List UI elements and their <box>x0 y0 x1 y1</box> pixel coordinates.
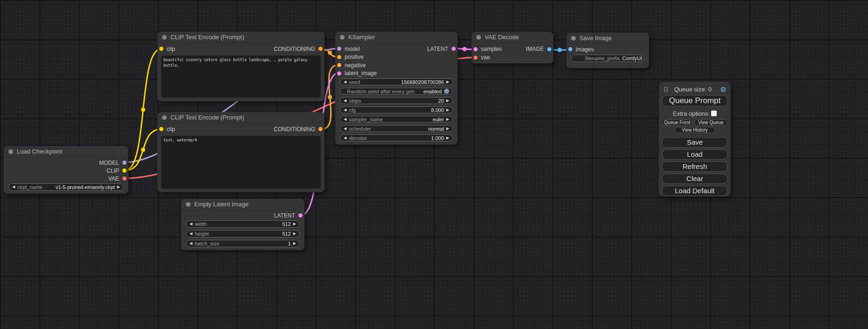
decrement-arrow-icon[interactable]: ◀ <box>190 232 192 236</box>
collapse-dot-icon[interactable] <box>186 202 191 207</box>
increment-arrow-icon[interactable]: ▶ <box>446 99 449 103</box>
node-clip-text-encode-negative[interactable]: CLIP Text Encode (Prompt) clip CONDITION… <box>157 112 325 192</box>
queue-prompt-button[interactable]: Queue Prompt <box>662 95 727 106</box>
input-port-model[interactable] <box>337 47 341 51</box>
seed-widget[interactable]: ◀ seed 156680208700286 ▶ <box>340 78 453 85</box>
input-port-clip[interactable] <box>159 47 163 51</box>
node-titlebar[interactable]: Load Checkpoint <box>4 146 128 157</box>
denoise-widget[interactable]: ◀ denoise 1.000 ▶ <box>340 134 453 141</box>
width-widget[interactable]: ◀ width 512 ▶ <box>186 220 300 228</box>
collapse-dot-icon[interactable] <box>476 35 481 40</box>
node-load-checkpoint[interactable]: Load Checkpoint MODEL CLIP VAE ◀ ckpt_na… <box>4 146 128 194</box>
collapse-dot-icon[interactable] <box>162 115 167 120</box>
input-label: model <box>345 46 360 52</box>
node-titlebar[interactable]: CLIP Text Encode (Prompt) <box>157 112 325 123</box>
output-label: CONDITIONING <box>274 46 315 52</box>
input-port-latent-image[interactable] <box>337 71 341 76</box>
load-button[interactable]: Load <box>662 149 727 160</box>
increment-arrow-icon[interactable]: ▶ <box>446 127 449 131</box>
widget-label: denoise <box>349 135 367 141</box>
input-label: images <box>576 46 594 53</box>
node-titlebar[interactable]: CLIP Text Encode (Prompt) <box>157 32 325 43</box>
input-port-positive[interactable] <box>337 55 341 59</box>
input-port-images[interactable] <box>568 47 572 51</box>
widget-value: v1-5-pruned-emaonly.ckpt <box>56 184 115 190</box>
increment-arrow-icon[interactable]: ▶ <box>446 118 449 121</box>
node-clip-text-encode-positive[interactable]: CLIP Text Encode (Prompt) clip CONDITION… <box>157 32 325 101</box>
output-label: LATENT <box>427 46 448 52</box>
output-port-conditioning[interactable] <box>318 127 323 131</box>
increment-arrow-icon[interactable]: ▶ <box>117 185 120 189</box>
refresh-button[interactable]: Refresh <box>662 161 727 172</box>
link-dot <box>141 108 145 112</box>
widget-value: 156680208700286 <box>401 79 444 85</box>
widget-label: steps <box>349 98 361 104</box>
node-ksampler[interactable]: KSampler model LATENT positive negative … <box>335 32 458 145</box>
load-default-button[interactable]: Load Default <box>662 186 727 196</box>
node-titlebar[interactable]: Save Image <box>566 33 649 44</box>
increment-arrow-icon[interactable]: ▶ <box>293 232 296 236</box>
queue-front-button[interactable]: Queue Front <box>662 119 692 126</box>
decrement-arrow-icon[interactable]: ◀ <box>344 80 346 84</box>
input-port-clip[interactable] <box>159 127 163 131</box>
increment-arrow-icon[interactable]: ▶ <box>446 80 449 84</box>
decrement-arrow-icon[interactable]: ◀ <box>344 136 346 140</box>
steps-widget[interactable]: ◀ steps 20 ▶ <box>340 97 453 104</box>
increment-arrow-icon[interactable]: ▶ <box>446 108 449 112</box>
node-titlebar[interactable]: KSampler <box>335 32 458 43</box>
node-titlebar[interactable]: Empty Latent Image <box>181 199 304 210</box>
input-port-negative[interactable] <box>337 63 341 67</box>
widget-value: 20 <box>438 98 444 104</box>
view-queue-button[interactable]: View Queue <box>694 119 727 126</box>
clear-button[interactable]: Clear <box>662 174 727 184</box>
collapse-dot-icon[interactable] <box>340 35 345 40</box>
collapse-dot-icon[interactable] <box>162 35 167 40</box>
output-label: IMAGE <box>526 46 544 52</box>
extra-options-label: Extra options <box>673 110 708 117</box>
random-seed-toggle-widget[interactable]: Random seed after every gen enabled <box>340 88 453 95</box>
prompt-textarea[interactable]: beautiful scenery nature glass bottle la… <box>161 56 321 98</box>
output-label: MODEL <box>99 160 119 166</box>
decrement-arrow-icon[interactable]: ◀ <box>344 127 346 131</box>
increment-arrow-icon[interactable]: ▶ <box>446 136 449 140</box>
prompt-textarea[interactable]: text, watermark <box>161 136 321 189</box>
sampler-name-widget[interactable]: ◀ sampler_name euler ▶ <box>340 116 453 123</box>
output-port-model[interactable] <box>122 161 127 165</box>
node-titlebar[interactable]: VAE Decode <box>472 32 553 43</box>
increment-arrow-icon[interactable]: ▶ <box>293 242 296 245</box>
scheduler-widget[interactable]: ◀ scheduler normal ▶ <box>340 125 453 132</box>
input-port-samples[interactable] <box>473 47 478 51</box>
filename-prefix-widget[interactable]: filename_prefix ComfyUI <box>571 55 644 62</box>
output-label: VAE <box>108 175 119 182</box>
extra-options-checkbox[interactable] <box>711 111 717 116</box>
decrement-arrow-icon[interactable]: ◀ <box>344 118 346 121</box>
decrement-arrow-icon[interactable]: ◀ <box>12 185 15 189</box>
link-dot <box>141 148 145 152</box>
output-port-vae[interactable] <box>122 176 127 181</box>
increment-arrow-icon[interactable]: ▶ <box>293 222 296 226</box>
toggle-dot[interactable] <box>444 89 449 94</box>
view-history-button[interactable]: View History <box>675 127 715 133</box>
output-port-latent[interactable] <box>452 47 456 51</box>
node-empty-latent-image[interactable]: Empty Latent Image LATENT ◀ width 512 ▶ … <box>181 199 304 250</box>
decrement-arrow-icon[interactable]: ◀ <box>190 242 192 245</box>
save-button[interactable]: Save <box>662 137 727 147</box>
settings-gear-icon[interactable]: ⚙ <box>720 86 727 93</box>
decrement-arrow-icon[interactable]: ◀ <box>344 99 346 103</box>
output-port-clip[interactable] <box>122 168 127 173</box>
node-vae-decode[interactable]: VAE Decode samples IMAGE vae <box>472 32 553 63</box>
cfg-widget[interactable]: ◀ cfg 8.000 ▶ <box>340 106 453 113</box>
decrement-arrow-icon[interactable]: ◀ <box>344 108 346 112</box>
height-widget[interactable]: ◀ height 512 ▶ <box>186 230 300 238</box>
batch-size-widget[interactable]: ◀ batch_size 1 ▶ <box>186 240 300 247</box>
decrement-arrow-icon[interactable]: ◀ <box>190 222 192 226</box>
ckpt-name-widget[interactable]: ◀ ckpt_name v1-5-pruned-emaonly.ckpt ▶ <box>8 183 124 191</box>
collapse-dot-icon[interactable] <box>8 149 13 154</box>
node-save-image[interactable]: Save Image images filename_prefix ComfyU… <box>566 33 649 68</box>
output-port-conditioning[interactable] <box>318 47 323 51</box>
collapse-dot-icon[interactable] <box>571 36 576 41</box>
output-port-latent[interactable] <box>298 213 303 217</box>
output-port-image[interactable] <box>547 47 551 51</box>
widget-label: Random seed after every gen <box>347 89 415 94</box>
input-port-vae[interactable] <box>473 56 478 60</box>
